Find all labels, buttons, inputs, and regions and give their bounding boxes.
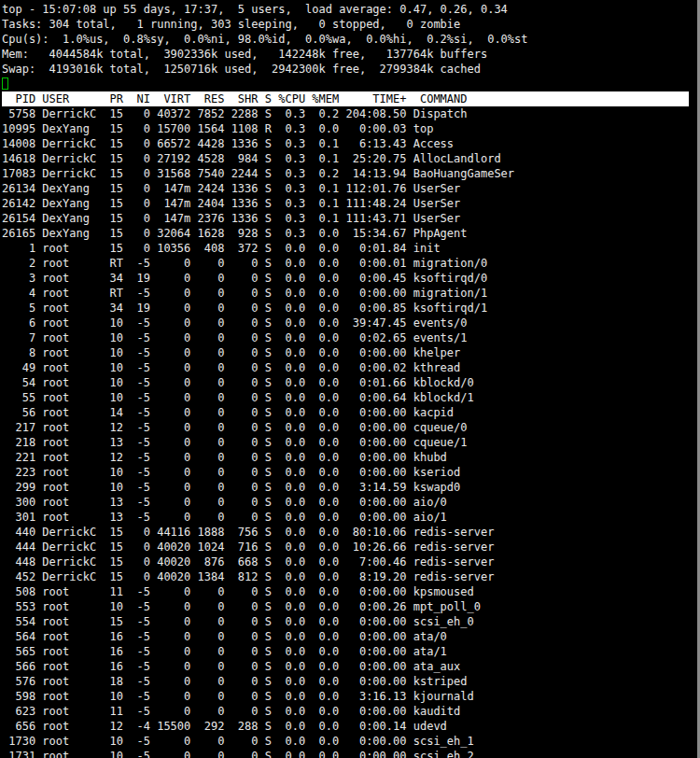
process-row: 26165 DexYang 15 0 32064 1628 928 S 0.3 … [2, 226, 697, 241]
process-row: 3 root 34 19 0 0 0 S 0.0 0.0 0:00.45 kso… [2, 271, 697, 286]
process-row: 26142 DexYang 15 0 147m 2404 1336 S 0.3 … [2, 196, 697, 211]
process-row: 26154 DexYang 15 0 147m 2376 1336 S 0.3 … [2, 211, 697, 226]
process-row: 508 root 11 -5 0 0 0 S 0.0 0.0 0:00.00 k… [2, 584, 697, 599]
process-row: 301 root 13 -5 0 0 0 S 0.0 0.0 0:00.00 a… [2, 510, 697, 525]
process-row: 554 root 15 -5 0 0 0 S 0.0 0.0 0:00.00 s… [2, 614, 697, 629]
process-row: 223 root 10 -5 0 0 0 S 0.0 0.0 0:00.00 k… [2, 465, 697, 480]
process-row: 26134 DexYang 15 0 147m 2424 1336 S 0.3 … [2, 181, 697, 196]
process-row: 448 DerrickC 15 0 40020 876 668 S 0.0 0.… [2, 554, 697, 569]
process-row: 598 root 10 -5 0 0 0 S 0.0 0.0 3:16.13 k… [2, 689, 697, 704]
cursor-line [2, 77, 697, 91]
terminal-window: top - 15:07:08 up 55 days, 17:37, 5 user… [0, 0, 700, 758]
process-row: 14618 DerrickC 15 0 27192 4528 984 S 0.3… [2, 151, 697, 166]
process-row: 6 root 10 -5 0 0 0 S 0.0 0.0 39:47.45 ev… [2, 316, 697, 330]
process-row: 1 root 15 0 10356 408 372 S 0.0 0.0 0:01… [2, 241, 697, 256]
process-row: 8 root 10 -5 0 0 0 S 0.0 0.0 0:00.00 khe… [2, 345, 697, 360]
terminal-cursor [2, 77, 8, 90]
process-row: 440 DerrickC 15 0 44116 1888 756 S 0.0 0… [2, 525, 697, 540]
process-row: 217 root 12 -5 0 0 0 S 0.0 0.0 0:00.00 c… [2, 420, 697, 435]
process-row: 566 root 16 -5 0 0 0 S 0.0 0.0 0:00.00 a… [2, 659, 697, 674]
process-row: 55 root 10 -5 0 0 0 S 0.0 0.0 0:00.64 kb… [2, 390, 697, 405]
process-row: 4 root RT -5 0 0 0 S 0.0 0.0 0:00.00 mig… [2, 286, 697, 301]
process-row: 656 root 12 -4 15500 292 288 S 0.0 0.0 0… [2, 719, 697, 734]
process-table-header: PID USER PR NI VIRT RES SHR S %CPU %MEM … [2, 91, 689, 106]
process-row: 444 DerrickC 15 0 40020 1024 716 S 0.0 0… [2, 540, 697, 554]
process-row: 553 root 10 -5 0 0 0 S 0.0 0.0 0:00.26 m… [2, 599, 697, 614]
summary-mem-line: Mem: 4044584k total, 3902336k used, 1422… [2, 47, 697, 62]
process-row: 218 root 13 -5 0 0 0 S 0.0 0.0 0:00.00 c… [2, 435, 697, 450]
process-row: 56 root 14 -5 0 0 0 S 0.0 0.0 0:00.00 ka… [2, 405, 697, 420]
summary-uptime-line: top - 15:07:08 up 55 days, 17:37, 5 user… [2, 2, 697, 17]
summary-tasks-line: Tasks: 304 total, 1 running, 303 sleepin… [2, 17, 697, 32]
process-row: 17083 DerrickC 15 0 31568 7540 2244 S 0.… [2, 166, 697, 181]
process-row: 565 root 16 -5 0 0 0 S 0.0 0.0 0:00.00 a… [2, 644, 697, 659]
process-row: 299 root 10 -5 0 0 0 S 0.0 0.0 3:14.59 k… [2, 480, 697, 495]
process-row: 452 DerrickC 15 0 40020 1384 812 S 0.0 0… [2, 569, 697, 584]
process-row: 7 root 10 -5 0 0 0 S 0.0 0.0 0:02.65 eve… [2, 330, 697, 345]
process-row: 300 root 13 -5 0 0 0 S 0.0 0.0 0:00.00 a… [2, 495, 697, 510]
process-row: 1731 root 10 -5 0 0 0 S 0.0 0.0 0:00.00 … [2, 749, 697, 758]
process-table-body: 5758 DerrickC 15 0 40372 7852 2288 S 0.3… [2, 106, 697, 758]
process-row: 14008 DerrickC 15 0 66572 4428 1336 S 0.… [2, 136, 697, 151]
process-row: 10995 DexYang 15 0 15700 1564 1108 R 0.3… [2, 121, 697, 136]
process-row: 564 root 16 -5 0 0 0 S 0.0 0.0 0:00.00 a… [2, 629, 697, 644]
process-row: 1730 root 10 -5 0 0 0 S 0.0 0.0 0:00.00 … [2, 734, 697, 749]
process-row: 576 root 18 -5 0 0 0 S 0.0 0.0 0:00.00 k… [2, 674, 697, 689]
process-row: 49 root 10 -5 0 0 0 S 0.0 0.0 0:00.02 kt… [2, 360, 697, 375]
process-row: 5758 DerrickC 15 0 40372 7852 2288 S 0.3… [2, 106, 697, 121]
process-row: 54 root 10 -5 0 0 0 S 0.0 0.0 0:01.66 kb… [2, 375, 697, 390]
summary-swap-line: Swap: 4193016k total, 1250716k used, 294… [2, 62, 697, 77]
process-row: 5 root 34 19 0 0 0 S 0.0 0.0 0:00.85 kso… [2, 301, 697, 316]
process-row: 2 root RT -5 0 0 0 S 0.0 0.0 0:00.01 mig… [2, 256, 697, 271]
top-command-output: top - 15:07:08 up 55 days, 17:37, 5 user… [0, 0, 697, 758]
process-row: 623 root 11 -5 0 0 0 S 0.0 0.0 0:00.00 k… [2, 704, 697, 719]
summary-cpu-line: Cpu(s): 1.0%us, 0.8%sy, 0.0%ni, 98.0%id,… [2, 32, 697, 47]
process-row: 221 root 12 -5 0 0 0 S 0.0 0.0 0:00.00 k… [2, 450, 697, 465]
